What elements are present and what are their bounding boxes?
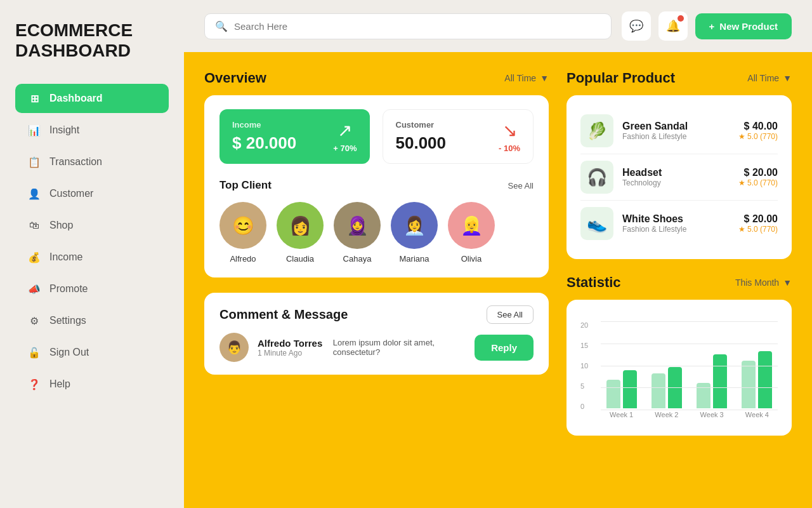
product-rating: ★ 5.0 (770) xyxy=(738,132,778,141)
chart-group: Week 4 xyxy=(737,321,778,423)
client-item: 🧕 Cahaya xyxy=(334,202,381,264)
y-label: 20 xyxy=(580,321,588,329)
product-name: Headset xyxy=(622,167,730,178)
sidebar-item-promote[interactable]: 📣 Promote xyxy=(15,274,169,304)
sidebar-item-settings[interactable]: ⚙ Settings xyxy=(15,306,169,335)
popular-title: Popular Product xyxy=(566,70,675,86)
comment-row: 👨 Alfredo Torres 1 Minute Ago Lorem ipsu… xyxy=(219,333,534,362)
client-avatar: 👩‍💼 xyxy=(391,202,438,249)
bars-pair xyxy=(652,321,682,408)
chart-group: Week 2 xyxy=(646,321,687,423)
client-avatar: 🧕 xyxy=(334,202,381,249)
income-icon: 💰 xyxy=(28,251,41,264)
product-image: 🎧 xyxy=(580,161,613,194)
signout-icon: 🔓 xyxy=(28,346,41,359)
client-name: Claudia xyxy=(286,254,314,264)
search-icon: 🔍 xyxy=(215,20,228,32)
income-stat: Income $ 20.000 ↗ + 70% xyxy=(219,109,370,164)
overview-title: Overview xyxy=(204,70,266,86)
sidebar-item-dashboard[interactable]: ⊞ Dashboard xyxy=(15,84,169,113)
sidebar-label-dashboard: Dashboard xyxy=(49,93,103,104)
income-arrow: ↗ xyxy=(337,120,352,141)
statistic-header: Statistic This Month ▼ xyxy=(566,274,792,291)
income-change: ↗ + 70% xyxy=(333,120,357,153)
commenter-name: Alfredo Torres xyxy=(258,338,324,349)
product-image: 👟 xyxy=(580,207,613,240)
product-price-col: $ 20.00 ★ 5.0 (770) xyxy=(738,167,778,187)
y-label: 5 xyxy=(580,382,588,390)
new-product-button[interactable]: + New Product xyxy=(695,13,792,39)
sidebar-label-signout: Sign Out xyxy=(49,347,89,358)
sidebar-nav: ⊞ Dashboard 📊 Insight 📋 Transaction 👤 Cu… xyxy=(15,84,169,488)
sidebar-item-transaction[interactable]: 📋 Transaction xyxy=(15,147,169,177)
top-client-title: Top Client xyxy=(219,179,272,192)
client-item: 👱‍♀️ Olivia xyxy=(448,202,495,264)
client-avatar: 😊 xyxy=(219,202,266,249)
bars-pair xyxy=(606,321,637,408)
chart-group: Week 1 xyxy=(601,321,642,423)
overview-filter[interactable]: All Time ▼ xyxy=(504,73,549,83)
chevron-down-icon: ▼ xyxy=(783,277,792,288)
sidebar-item-shop[interactable]: 🛍 Shop xyxy=(15,211,169,240)
app-logo: ECOMMERCE DASHBOARD xyxy=(15,20,169,61)
reply-button[interactable]: Reply xyxy=(475,335,534,361)
top-client-header: Top Client See All xyxy=(219,179,534,192)
header-icons: 💬 🔔 + New Product xyxy=(622,11,792,41)
right-column: Popular Product All Time ▼ 🥬 Green Sanda… xyxy=(566,70,792,490)
product-rating: ★ 5.0 (770) xyxy=(738,178,778,187)
main-area: 🔍 💬 🔔 + New Product Overview xyxy=(184,0,812,508)
shop-icon: 🛍 xyxy=(28,219,41,232)
bar-light xyxy=(697,383,710,408)
customer-value: 50.000 xyxy=(396,133,447,153)
sidebar-label-customer: Customer xyxy=(49,188,93,199)
sidebar-item-income[interactable]: 💰 Income xyxy=(15,243,169,272)
y-label: 15 xyxy=(580,342,588,349)
statistic-filter[interactable]: This Month ▼ xyxy=(735,277,792,288)
popular-filter[interactable]: All Time ▼ xyxy=(747,73,792,83)
client-item: 😊 Alfredo xyxy=(219,202,266,264)
product-info: White Shoes Fashion & Lifestyle xyxy=(622,213,730,234)
content: Overview All Time ▼ Income $ 20.000 xyxy=(184,52,812,508)
popular-header: Popular Product All Time ▼ xyxy=(566,70,792,86)
product-category: Fashion & Lifestyle xyxy=(622,225,730,234)
sidebar-label-shop: Shop xyxy=(49,220,73,231)
product-category: Technology xyxy=(622,178,730,187)
statistic-title: Statistic xyxy=(566,274,621,291)
bar-light xyxy=(606,380,620,408)
top-client-see-all[interactable]: See All xyxy=(508,181,534,190)
notification-button[interactable]: 🔔 xyxy=(658,11,688,41)
product-info: Headset Technology xyxy=(622,167,730,187)
client-name: Olivia xyxy=(461,254,482,264)
message-button[interactable]: 💬 xyxy=(622,11,651,41)
chart-area: 05101520Week 1Week 2Week 3Week 4 xyxy=(580,321,778,423)
sidebar-item-insight[interactable]: 📊 Insight xyxy=(15,116,169,145)
product-name: White Shoes xyxy=(622,213,730,225)
comment-time: 1 Minute Ago xyxy=(258,349,324,358)
plus-icon: + xyxy=(709,21,715,32)
product-price-col: $ 40.00 ★ 5.0 (770) xyxy=(738,121,778,141)
chevron-down-icon: ▼ xyxy=(540,73,549,83)
client-name: Mariana xyxy=(400,254,429,264)
sidebar-item-help[interactable]: ❓ Help xyxy=(15,370,169,399)
chart-y-labels: 05101520 xyxy=(580,321,588,410)
comment-see-all-button[interactable]: See All xyxy=(487,305,534,324)
client-name: Cahaya xyxy=(343,254,372,264)
comment-header: Comment & Message See All xyxy=(219,305,534,324)
income-label: Income xyxy=(232,120,296,130)
search-box[interactable]: 🔍 xyxy=(204,13,612,39)
bar-dark xyxy=(623,370,637,408)
top-client-section: Top Client See All 😊 Alfredo 👩 Claudia 🧕… xyxy=(219,179,534,264)
statistic-section: Statistic This Month ▼ 05101520Week 1Wee… xyxy=(566,274,792,436)
customer-stat: Customer 50.000 ↘ - 10% xyxy=(383,109,534,164)
sidebar-item-signout[interactable]: 🔓 Sign Out xyxy=(15,338,169,367)
sidebar-item-customer[interactable]: 👤 Customer xyxy=(15,179,169,208)
search-input[interactable] xyxy=(234,21,601,32)
client-name: Alfredo xyxy=(230,254,256,264)
chart-wrapper: 05101520Week 1Week 2Week 3Week 4 xyxy=(580,321,778,423)
comment-info: Alfredo Torres 1 Minute Ago xyxy=(258,338,324,358)
overview-header: Overview All Time ▼ xyxy=(204,70,549,86)
client-item: 👩‍💼 Mariana xyxy=(391,202,438,264)
product-info: Green Sandal Fashion & Lifestyle xyxy=(622,121,730,141)
product-rating: ★ 5.0 (770) xyxy=(738,225,778,234)
insight-icon: 📊 xyxy=(28,124,41,137)
